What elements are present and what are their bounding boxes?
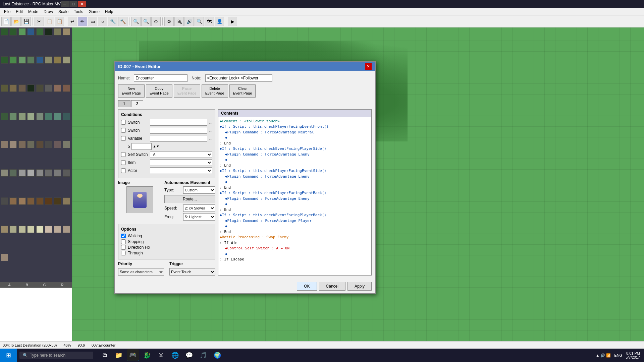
zoom-out-button[interactable]: 🔍 (141, 17, 151, 26)
close-button[interactable]: ✕ (78, 1, 86, 7)
actor-checkbox[interactable] (121, 168, 126, 173)
pencil-button[interactable]: ✏ (78, 17, 87, 26)
contents-panel: Contents ◆Comment : <follower touch> ◆If… (218, 109, 372, 276)
self-switch-checkbox[interactable] (121, 152, 126, 157)
maximize-button[interactable]: □ (69, 1, 77, 7)
app4[interactable]: 🌐 (169, 349, 181, 361)
menu-draw[interactable]: Draw (41, 9, 56, 15)
switch1-input[interactable] (150, 119, 207, 126)
menu-edit[interactable]: Edit (13, 9, 25, 15)
app6[interactable]: 🎵 (197, 349, 209, 361)
name-label: Name: (118, 76, 130, 80)
ok-button[interactable]: OK (297, 282, 317, 291)
trigger-select[interactable]: Action Button Player Touch Event Touch A… (169, 268, 215, 276)
menu-tools[interactable]: Tools (71, 9, 86, 15)
dialog-close-button[interactable]: ✕ (365, 63, 372, 70)
name-input[interactable] (134, 74, 187, 82)
save-button[interactable]: 💾 (21, 17, 31, 26)
menu-game[interactable]: Game (86, 9, 102, 15)
start-button[interactable]: ⊞ (0, 349, 17, 362)
priority-select[interactable]: Below characters Same as characters Abov… (118, 268, 164, 276)
type-select[interactable]: Custom Fixed Random Approach (183, 186, 215, 194)
self-switch-label: Self Switch (128, 152, 148, 157)
switch1-dots[interactable]: ... (209, 120, 212, 124)
item-checkbox[interactable] (121, 160, 126, 165)
apply-button[interactable]: Apply (347, 282, 372, 291)
contents-scroll[interactable]: ◆Comment : <follower touch> ◆If : Script… (218, 117, 371, 275)
file-explorer-app[interactable]: 📁 (113, 349, 125, 361)
zoom-in-button[interactable]: 🔍 (131, 17, 141, 26)
audio-button[interactable]: 🔊 (184, 17, 194, 26)
variable-input[interactable] (150, 135, 207, 142)
variable-spinner[interactable]: ▲▼ (153, 144, 160, 148)
self-switch-select[interactable]: ABCD (150, 151, 212, 158)
copy-button[interactable]: 📋 (45, 17, 54, 26)
settings-button[interactable]: ⚙ (164, 17, 174, 26)
menu-scale[interactable]: Scale (56, 9, 71, 15)
freq-select[interactable]: 5: Highest 1: Lowest 2: Lower 3: Normal … (183, 213, 215, 221)
app5[interactable]: 💬 (183, 349, 195, 361)
switch2-checkbox[interactable] (121, 128, 126, 133)
play-button[interactable]: ▶ (228, 17, 237, 26)
minimize-button[interactable]: ─ (61, 1, 69, 7)
through-checkbox[interactable] (121, 251, 126, 255)
actor-select[interactable] (150, 167, 212, 174)
map-button[interactable]: 🗺 (205, 17, 214, 26)
switch1-checkbox[interactable] (121, 120, 126, 125)
new-event-page-button[interactable]: New Event Page (118, 84, 145, 98)
image-box[interactable] (126, 186, 153, 213)
undo-button[interactable]: ↩ (68, 17, 77, 26)
paste-event-page-button[interactable]: Paste Event Page (174, 84, 200, 98)
taskbar-search[interactable]: 🔍 Type here to search (19, 352, 93, 359)
taskbar-right: ▲ 🔊 📶 ENG 8:01 PM 5/7/2017 (596, 351, 644, 359)
cancel-button[interactable]: Cancel (319, 282, 345, 291)
rpgmaker-app[interactable]: 🎮 (127, 349, 139, 361)
fill-button[interactable]: 🔧 (108, 17, 117, 26)
switch2-input[interactable] (150, 127, 207, 134)
cut-button[interactable]: ✂ (35, 17, 44, 26)
shadow-button[interactable]: 🔨 (118, 17, 127, 26)
content-line-14: ◆Plugin Command : ForceAdvantage Enemy (225, 196, 370, 202)
switch2-dots[interactable]: ... (209, 128, 212, 132)
app2[interactable]: 🐉 (141, 349, 153, 361)
zoom-reset-button[interactable]: ⊙ (151, 17, 161, 26)
item-select[interactable] (150, 159, 212, 166)
content-line-24: ◆ (225, 251, 370, 257)
variable-dots[interactable]: ... (209, 136, 212, 140)
item-label: Item (128, 160, 148, 165)
menu-file[interactable]: File (1, 9, 13, 15)
copy-event-page-button[interactable]: Copy Event Page (146, 84, 172, 98)
page-tab-1[interactable]: 1 (118, 100, 130, 107)
variable-checkbox[interactable] (121, 136, 126, 141)
page-tab-2[interactable]: 2 (131, 100, 144, 107)
taskview-button[interactable]: ⧉ (99, 349, 111, 361)
type-label: Type: (164, 188, 181, 192)
ellipse-button[interactable]: ○ (98, 17, 107, 26)
variable-value-input[interactable] (131, 143, 152, 150)
status-event: 007:Encounter (92, 343, 116, 347)
actor-label: Actor (128, 168, 148, 173)
priority-panel: Priority Below characters Same as charac… (118, 261, 164, 276)
speed-row: Speed: 2: x4 Slower 1: x8 Slower 3: x2 S… (164, 204, 215, 212)
rect-button[interactable]: ▭ (88, 17, 97, 26)
direction-fix-checkbox[interactable] (121, 245, 126, 250)
plugin-button[interactable]: 🔌 (174, 17, 184, 26)
content-line-10: ◆Plugin Command : ForceAdvantage Enemy (225, 174, 370, 180)
chrome-app[interactable]: 🌍 (211, 349, 223, 361)
clear-event-page-button[interactable]: Clear Event Page (229, 84, 256, 98)
stepping-checkbox[interactable] (121, 239, 126, 244)
menu-mode[interactable]: Mode (25, 9, 41, 15)
search2-button[interactable]: 🔍 (195, 17, 204, 26)
note-input[interactable] (205, 74, 272, 82)
walking-checkbox[interactable] (121, 234, 126, 238)
new-project-button[interactable]: 📄 (1, 17, 11, 26)
speed-select[interactable]: 2: x4 Slower 1: x8 Slower 3: x2 Slower 4… (183, 204, 215, 212)
app3[interactable]: ⚔ (155, 349, 167, 361)
paste-button[interactable]: 📋 (55, 17, 64, 26)
content-line-8: : End (220, 163, 370, 169)
menu-help[interactable]: Help (102, 9, 116, 15)
open-button[interactable]: 📂 (11, 17, 21, 26)
char-button[interactable]: 👤 (215, 17, 224, 26)
route-button[interactable]: Route... (164, 195, 215, 203)
delete-event-page-button[interactable]: Delete Event Page (202, 84, 228, 98)
